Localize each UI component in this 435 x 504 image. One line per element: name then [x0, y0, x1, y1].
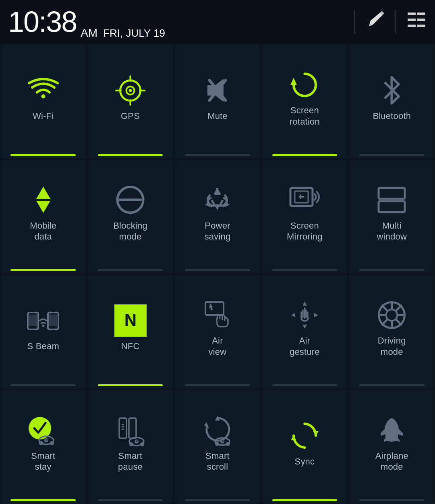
svg-rect-8: [417, 25, 425, 27]
svg-point-37: [42, 325, 44, 327]
tile-smartpause-label: Smartpause: [118, 450, 143, 473]
tile-multi-window[interactable]: Multiwindow: [349, 160, 435, 274]
svg-point-11: [129, 89, 132, 92]
tile-screen-rotation[interactable]: Screenrotation: [261, 44, 348, 159]
nfc-icon: N: [114, 304, 147, 337]
rotation-icon: [288, 69, 321, 101]
tile-screen-mirroring[interactable]: ScreenMirroring: [261, 160, 348, 274]
quick-settings-grid: Wi-Fi GPS Mute: [0, 44, 435, 504]
tile-mute[interactable]: Mute: [174, 44, 261, 159]
svg-marker-21: [36, 201, 50, 213]
tile-bluetooth-label: Bluetooth: [373, 110, 411, 122]
tile-airplanemode-indicator: [359, 499, 424, 501]
tile-smart-pause[interactable]: Smartpause: [87, 390, 173, 504]
smart-pause-icon: [114, 414, 147, 446]
mute-icon: [201, 74, 234, 106]
tile-mobiledata-label: Mobiledata: [30, 220, 56, 242]
status-bar: 10:38 AM FRI, JULY 19: [0, 0, 435, 44]
tile-nfc[interactable]: N NFC: [87, 275, 173, 389]
svg-marker-47: [291, 313, 295, 317]
tile-sync-indicator: [272, 499, 337, 501]
wifi-icon: [27, 74, 59, 106]
smart-stay-icon: [27, 414, 59, 446]
svg-text:N: N: [124, 310, 136, 329]
svg-point-73: [215, 442, 219, 446]
tile-airplane-mode[interactable]: Airplanemode: [349, 390, 435, 504]
svg-rect-40: [205, 302, 224, 315]
svg-marker-75: [291, 436, 296, 441]
tile-wifi-indicator: [10, 154, 75, 156]
tile-air-view[interactable]: Airview: [174, 275, 261, 389]
svg-rect-61: [122, 429, 124, 430]
svg-marker-44: [209, 303, 213, 310]
tile-gps-label: GPS: [121, 110, 140, 122]
tile-sync[interactable]: Sync: [261, 390, 348, 504]
svg-point-66: [129, 442, 133, 446]
tile-smartstay-indicator: [10, 499, 75, 501]
tile-gps-indicator: [98, 154, 163, 156]
svg-marker-0: [369, 12, 383, 26]
tile-mute-indicator: [185, 154, 250, 156]
blocking-mode-icon: [114, 184, 147, 216]
tile-wifi[interactable]: Wi-Fi: [0, 44, 86, 159]
svg-marker-20: [36, 187, 50, 199]
tile-s-beam[interactable]: S Beam: [0, 275, 86, 389]
tile-airview-label: Airview: [209, 335, 227, 357]
tile-rotation-indicator: [272, 154, 337, 156]
tile-powersaving-indicator: [185, 269, 250, 271]
tile-mobile-data[interactable]: Mobiledata: [0, 160, 86, 274]
tile-smart-stay[interactable]: Smartstay: [0, 390, 86, 504]
tile-drivingmode-label: Drivingmode: [378, 335, 406, 357]
tile-blocking-label: Blockingmode: [113, 220, 147, 242]
svg-rect-4: [417, 12, 425, 15]
svg-marker-45: [302, 302, 307, 306]
sync-icon: [288, 420, 321, 452]
tile-smart-scroll[interactable]: Smartscroll: [174, 390, 261, 504]
tile-screenmirroring-label: ScreenMirroring: [287, 220, 323, 242]
edit-icon[interactable]: [365, 9, 386, 34]
tile-screenmirroring-indicator: [272, 269, 337, 271]
tile-power-saving[interactable]: Powersaving: [174, 160, 261, 274]
svg-point-71: [222, 440, 224, 442]
tile-drivingmode-indicator: [359, 384, 424, 386]
menu-icon[interactable]: [406, 9, 427, 34]
tile-blocking-mode[interactable]: Blockingmode: [87, 160, 173, 274]
mobile-data-icon: [27, 184, 59, 216]
tile-rotation-label: Screenrotation: [290, 105, 320, 127]
clock-date: FRI, JULY 19: [103, 27, 165, 40]
svg-point-65: [140, 442, 144, 446]
tile-nfc-indicator: [98, 384, 163, 386]
air-view-icon: [201, 299, 234, 331]
svg-rect-31: [379, 188, 405, 199]
tile-airview-indicator: [185, 384, 250, 386]
bluetooth-icon: [376, 74, 408, 106]
svg-rect-59: [122, 424, 124, 425]
svg-point-72: [226, 442, 230, 446]
tile-bluetooth[interactable]: Bluetooth: [349, 44, 435, 159]
tile-wifi-label: Wi-Fi: [33, 110, 54, 122]
svg-marker-48: [314, 313, 318, 317]
tile-multiwindow-indicator: [359, 269, 424, 271]
svg-marker-46: [302, 325, 307, 329]
tile-driving-mode[interactable]: Drivingmode: [349, 275, 435, 389]
tile-airplanemode-label: Airplanemode: [375, 450, 408, 473]
gps-icon: [114, 74, 147, 106]
power-saving-icon: [201, 184, 234, 216]
status-icons: [354, 9, 427, 34]
svg-marker-74: [313, 431, 319, 436]
tile-air-gesture[interactable]: Airgesture: [261, 275, 348, 389]
airplane-mode-icon: [376, 414, 408, 446]
tile-smartscroll-indicator: [185, 499, 250, 501]
tile-blocking-indicator: [98, 269, 163, 271]
tile-gps[interactable]: GPS: [87, 44, 173, 159]
tile-sbeam-label: S Beam: [27, 341, 59, 352]
clock-time: 10:38: [8, 7, 77, 36]
tile-powersaving-label: Powersaving: [205, 220, 231, 242]
svg-rect-6: [417, 19, 425, 21]
svg-point-54: [46, 439, 48, 441]
svg-point-55: [50, 441, 54, 445]
tile-airgesture-indicator: [272, 384, 337, 386]
tile-mute-label: Mute: [207, 110, 228, 122]
tile-nfc-label: NFC: [121, 341, 140, 352]
divider-1: [354, 10, 355, 34]
